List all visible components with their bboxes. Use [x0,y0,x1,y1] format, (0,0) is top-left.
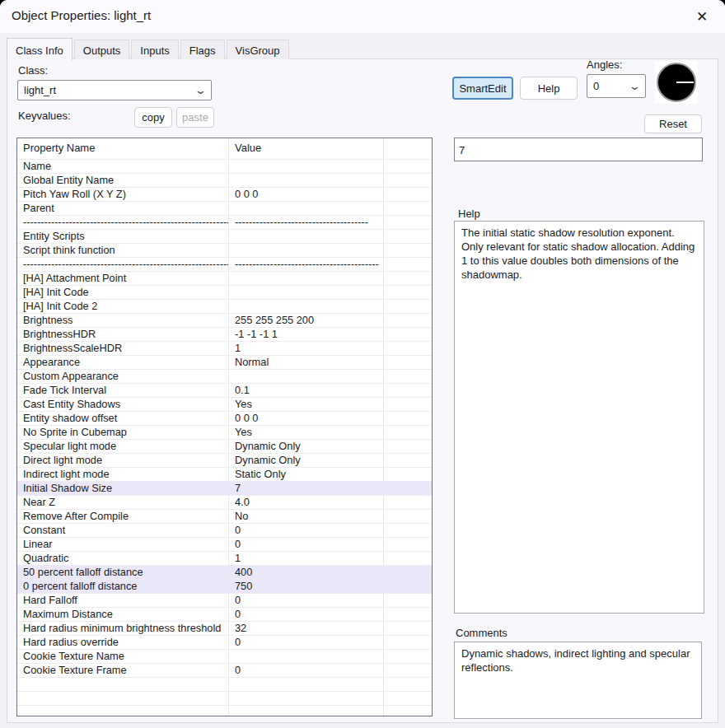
help-button[interactable]: Help [520,77,578,100]
table-row[interactable] [17,678,432,692]
property-name-cell: Linear [17,538,229,551]
table-row[interactable]: BrightnessHDR-1 -1 -1 1 [17,328,432,342]
extra-cell [384,664,432,677]
extra-cell [384,678,432,691]
table-row[interactable]: [HA] Init Code 2 [17,300,432,314]
tab-flags[interactable]: Flags [180,40,225,59]
table-row[interactable]: Specular light modeDynamic Only [17,440,432,454]
extra-cell [384,272,432,285]
table-row[interactable]: Linear0 [17,538,432,552]
property-value-cell [229,174,384,187]
table-row[interactable]: Hard radius override0 [17,636,432,650]
property-value-cell [229,230,384,243]
property-value-cell: Dynamic Only [229,440,384,453]
property-value-cell: 0 0 0 [229,188,384,201]
table-row[interactable]: Cast Entity ShadowsYes [17,398,432,412]
table-row[interactable]: [HA] Attachment Point [17,272,432,286]
table-row[interactable]: Pitch Yaw Roll (X Y Z)0 0 0 [17,188,432,202]
tab-visgroup[interactable]: VisGroup [227,40,289,59]
table-row[interactable]: Cookie Texture Name [17,650,432,664]
table-row[interactable]: 50 percent falloff distance400 [17,566,432,580]
table-separator-row[interactable]: ----------------------------------------… [17,258,432,272]
angle-picker[interactable] [655,61,698,104]
table-row[interactable]: Parent [17,202,432,216]
table-row[interactable] [17,706,432,716]
extra-cell [384,384,432,397]
tab-outputs[interactable]: Outputs [74,40,130,59]
column-header-value[interactable]: Value [229,138,384,159]
column-header-property[interactable]: Property Name [17,138,229,159]
tab-inputs[interactable]: Inputs [131,40,178,59]
angles-combobox[interactable]: 0 ⌄ [587,74,646,98]
property-name-cell: [HA] Init Code 2 [17,300,229,313]
property-name-cell [17,706,229,716]
property-value-cell: -------------------------------------- [229,216,384,229]
property-name-cell: [HA] Init Code [17,286,229,299]
table-separator-row[interactable]: ----------------------------------------… [17,216,432,230]
extra-cell [384,496,432,509]
table-row[interactable]: Fade Tick Interval0.1 [17,384,432,398]
property-name-cell: [HA] Attachment Point [17,272,229,285]
property-value-cell [229,272,384,285]
table-row[interactable]: BrightnessScaleHDR1 [17,342,432,356]
table-row[interactable]: Constant0 [17,524,432,538]
table-row[interactable]: AppearanceNormal [17,356,432,370]
titlebar[interactable]: Object Properties: light_rt ✕ [0,0,725,33]
tab-class-info[interactable]: Class Info [7,38,72,60]
copy-button[interactable]: copy [134,107,172,128]
property-name-cell: Hard radius minimum brightness threshold [17,622,229,635]
table-row[interactable]: Global Entity Name [17,174,432,188]
table-row[interactable]: Maximum Distance0 [17,608,432,622]
table-row[interactable]: Indirect light modeStatic Only [17,468,432,482]
table-row[interactable]: Initial Shadow Size7 [17,482,432,496]
extra-cell [384,216,432,229]
property-name-cell: Entity Scripts [17,230,229,243]
property-name-cell: Name [17,160,229,173]
value-input[interactable] [454,138,703,161]
help-panel-label: Help [458,208,480,220]
property-value-cell [229,650,384,663]
property-name-cell: Maximum Distance [17,608,229,621]
table-body: NameGlobal Entity NamePitch Yaw Roll (X … [17,160,432,716]
extra-cell [384,608,432,621]
table-row[interactable]: Remove After CompileNo [17,510,432,524]
table-row[interactable]: Direct light modeDynamic Only [17,454,432,468]
property-name-cell: Global Entity Name [17,174,229,187]
table-row[interactable]: No Sprite in CubemapYes [17,426,432,440]
table-row[interactable]: 0 percent falloff distance750 [17,580,432,594]
table-row[interactable] [17,692,432,706]
smartedit-button[interactable]: SmartEdit [452,77,513,100]
property-value-cell: 1 [229,342,384,355]
property-value-cell: 255 255 255 200 [229,314,384,327]
property-value-cell [229,692,384,705]
extra-cell [384,286,432,299]
table-row[interactable]: Cookie Texture Frame0 [17,664,432,678]
property-name-cell: BrightnessScaleHDR [17,342,229,355]
reset-button[interactable]: Reset [644,114,702,133]
table-row[interactable]: Hard Falloff0 [17,594,432,608]
property-value-cell: 1 [229,552,384,565]
table-row[interactable]: Near Z4.0 [17,496,432,510]
property-name-cell: Hard Falloff [17,594,229,607]
property-table[interactable]: Property Name Value NameGlobal Entity Na… [16,138,433,716]
table-row[interactable]: Quadratic1 [17,552,432,566]
table-row[interactable]: Custom Appearance [17,370,432,384]
table-row[interactable]: Name [17,160,432,174]
table-row[interactable]: Entity Scripts [17,230,432,244]
paste-button[interactable]: paste [176,107,214,128]
extra-cell [384,188,432,201]
table-row[interactable]: Script think function [17,244,432,258]
comments-textarea[interactable]: Dynamic shadows, indirect lighting and s… [454,642,702,719]
table-row[interactable]: Entity shadow offset0 0 0 [17,412,432,426]
property-value-cell [229,678,384,691]
table-row[interactable]: Hard radius minimum brightness threshold… [17,622,432,636]
table-row[interactable]: Brightness255 255 255 200 [17,314,432,328]
property-name-cell: Cookie Texture Frame [17,664,229,677]
property-value-cell: 0 [229,524,384,537]
extra-cell [384,482,432,495]
close-icon[interactable]: ✕ [690,5,713,28]
class-combobox[interactable]: light_rt ⌄ [17,80,212,100]
table-row[interactable]: [HA] Init Code [17,286,432,300]
extra-cell [384,538,432,551]
extra-cell [384,706,432,716]
